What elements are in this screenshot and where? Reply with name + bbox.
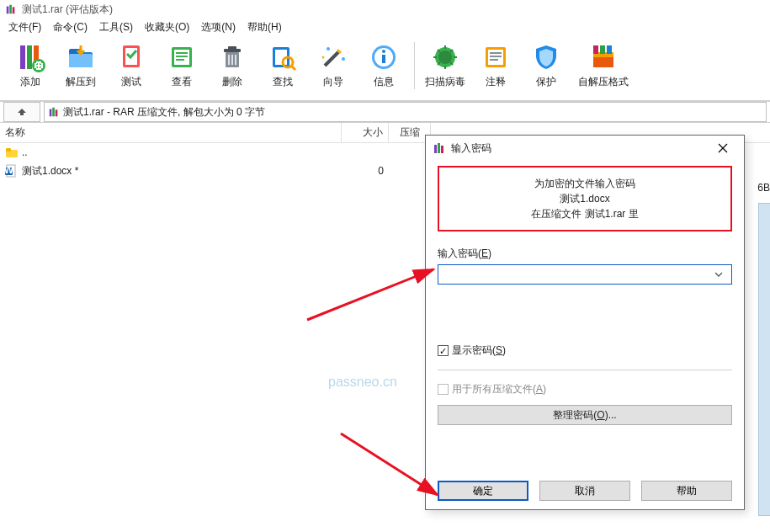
comment-icon xyxy=(479,40,512,74)
info-box: 为加密的文件输入密码 测试1.docx 在压缩文件 测试1.rar 里 xyxy=(438,166,732,231)
test-button[interactable]: 测试 xyxy=(106,39,157,98)
chevron-down-icon xyxy=(714,272,723,277)
pathbar: 测试1.rar - RAR 压缩文件, 解包大小为 0 字节 xyxy=(0,101,770,123)
info-button[interactable]: 信息 xyxy=(358,39,409,98)
sfx-label: 自解压格式 xyxy=(578,76,629,88)
svg-rect-18 xyxy=(176,52,188,54)
delete-label: 删除 xyxy=(222,76,242,88)
svg-point-35 xyxy=(382,50,385,53)
svg-point-32 xyxy=(322,56,325,59)
svg-point-30 xyxy=(327,47,330,51)
svg-rect-0 xyxy=(7,7,9,14)
column-size[interactable]: 大小 xyxy=(342,123,389,142)
wizard-icon xyxy=(316,40,350,74)
all-archives-label: 用于所有压缩文件(A) xyxy=(452,382,546,396)
info-line-2: 测试1.docx xyxy=(446,191,724,206)
password-input[interactable] xyxy=(442,269,714,280)
info-icon xyxy=(367,40,401,74)
add-button[interactable]: 添加 xyxy=(5,39,56,98)
dialog-title: 输入密码 xyxy=(451,141,709,156)
cancel-button[interactable]: 取消 xyxy=(539,481,630,501)
winrar-small-icon xyxy=(48,106,60,118)
virus-scan-icon xyxy=(428,40,462,74)
info-label: 信息 xyxy=(374,76,394,88)
svg-rect-4 xyxy=(27,45,32,69)
up-arrow-icon xyxy=(16,106,28,118)
info-line-1: 为加密的文件输入密码 xyxy=(446,176,724,191)
view-button[interactable]: 查看 xyxy=(157,39,207,98)
svg-rect-1 xyxy=(9,5,12,14)
menu-favorites[interactable]: 收藏夹(O) xyxy=(140,19,194,36)
view-icon xyxy=(165,40,199,74)
menubar: 文件(F) 命令(C) 工具(S) 收藏夹(O) 选项(N) 帮助(H) xyxy=(0,19,770,35)
file-size: 0 xyxy=(342,162,389,180)
protect-button[interactable]: 保护 xyxy=(521,39,571,98)
add-label: 添加 xyxy=(20,76,40,88)
menu-file[interactable]: 文件(F) xyxy=(3,19,46,36)
extract-to-button[interactable]: 解压到 xyxy=(56,39,106,98)
sfx-icon xyxy=(587,40,620,74)
menu-help[interactable]: 帮助(H) xyxy=(242,19,287,36)
winrar-dialog-icon xyxy=(433,141,446,155)
svg-rect-3 xyxy=(20,45,25,69)
close-icon xyxy=(718,143,728,153)
protect-label: 保护 xyxy=(536,76,556,88)
protect-icon xyxy=(529,40,563,74)
toolbar: 添加 解压到 测试 查看 删除 查找 向导 xyxy=(0,35,770,101)
password-input-wrapper xyxy=(438,264,732,285)
password-label: 输入密码(E) xyxy=(438,247,732,261)
delete-button[interactable]: 删除 xyxy=(207,39,258,98)
virus-scan-button[interactable]: 扫描病毒 xyxy=(420,39,470,98)
password-dialog: 输入密码 为加密的文件输入密码 测试1.docx 在压缩文件 测试1.rar 里… xyxy=(425,135,745,510)
column-name[interactable]: 名称 xyxy=(0,123,342,142)
close-button[interactable] xyxy=(709,139,737,157)
svg-rect-50 xyxy=(52,108,55,117)
menu-options[interactable]: 选项(N) xyxy=(196,19,241,36)
svg-rect-13 xyxy=(69,54,93,67)
window-title: 测试1.rar (评估版本) xyxy=(22,3,113,17)
wizard-button[interactable]: 向导 xyxy=(308,39,358,98)
svg-rect-24 xyxy=(228,55,230,65)
dialog-body: 为加密的文件输入密码 测试1.docx 在压缩文件 测试1.rar 里 输入密码… xyxy=(426,161,744,425)
menu-commands[interactable]: 命令(C) xyxy=(48,19,93,36)
side-panel xyxy=(758,203,770,516)
svg-rect-44 xyxy=(593,56,613,67)
svg-rect-36 xyxy=(382,55,385,63)
svg-rect-53 xyxy=(6,148,11,152)
all-archives-checkbox[interactable] xyxy=(438,384,449,395)
svg-rect-58 xyxy=(438,143,440,153)
path-text: 测试1.rar - RAR 压缩文件, 解包大小为 0 字节 xyxy=(63,105,265,120)
show-password-row[interactable]: 显示密码(S) xyxy=(438,343,732,358)
toolbar-separator xyxy=(414,42,415,89)
parent-label: .. xyxy=(22,146,28,158)
svg-rect-48 xyxy=(607,45,612,54)
up-button[interactable] xyxy=(3,102,40,122)
password-dropdown[interactable] xyxy=(714,272,728,277)
show-password-checkbox[interactable] xyxy=(438,345,449,356)
dialog-separator xyxy=(438,370,732,370)
svg-rect-43 xyxy=(490,59,498,61)
find-label: 查找 xyxy=(273,76,293,88)
ok-button[interactable]: 确定 xyxy=(438,481,528,501)
svg-rect-23 xyxy=(228,46,236,50)
svg-rect-42 xyxy=(490,56,502,57)
file-name: 测试1.docx * xyxy=(22,164,78,178)
svg-point-31 xyxy=(342,57,345,61)
add-icon xyxy=(13,40,47,74)
svg-rect-20 xyxy=(176,59,184,61)
find-button[interactable]: 查找 xyxy=(258,39,308,98)
all-archives-row[interactable]: 用于所有压缩文件(A) xyxy=(438,382,732,396)
svg-rect-49 xyxy=(50,109,52,117)
svg-rect-19 xyxy=(176,56,188,57)
comment-button[interactable]: 注释 xyxy=(470,39,521,98)
extract-to-label: 解压到 xyxy=(66,76,96,88)
show-password-label: 显示密码(S) xyxy=(452,343,506,358)
svg-line-60 xyxy=(307,269,433,320)
menu-tools[interactable]: 工具(S) xyxy=(94,19,138,36)
organize-passwords-button[interactable]: 整理密码(O)... xyxy=(438,405,732,425)
svg-line-61 xyxy=(341,434,438,495)
sfx-button[interactable]: 自解压格式 xyxy=(571,39,635,98)
svg-rect-51 xyxy=(56,109,58,116)
help-button[interactable]: 帮助 xyxy=(641,481,732,501)
path-box[interactable]: 测试1.rar - RAR 压缩文件, 解包大小为 0 字节 xyxy=(44,102,767,122)
